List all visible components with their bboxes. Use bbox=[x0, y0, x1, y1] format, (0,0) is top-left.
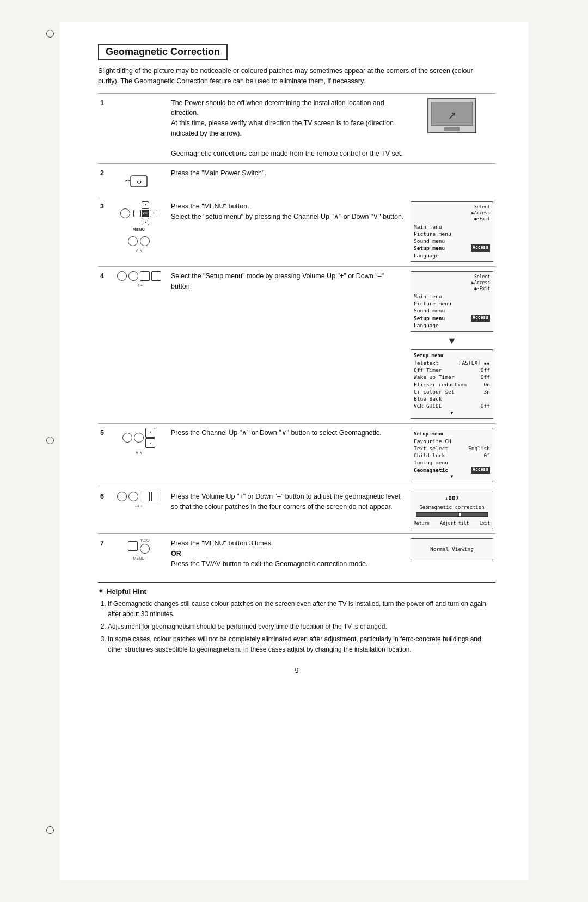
hint-item-2: Adjustment for geomagnetism should be pe… bbox=[108, 622, 495, 632]
section-title: Geomagnetic Correction bbox=[98, 44, 228, 60]
step-5-desc: Press the Channel Up "∧" or Down "∨" but… bbox=[169, 423, 408, 487]
vol3-circle-icon bbox=[117, 492, 127, 501]
step-7-num: 7 bbox=[98, 534, 109, 574]
vol3-sq-icon bbox=[140, 492, 150, 501]
step-2: 2 ⏻ Press the "Main Power Switch". bbox=[98, 164, 495, 197]
tvav-btn-icon bbox=[140, 544, 150, 554]
step-5-num: 5 bbox=[98, 423, 109, 487]
step-2-num: 2 bbox=[98, 164, 109, 197]
ch-up-icon: ∧ bbox=[145, 428, 155, 438]
ch-btn-icon bbox=[140, 236, 150, 246]
step-3-icon: ∧ − OK + ∨ MENU bbox=[109, 197, 169, 267]
vol-btn-icon bbox=[128, 236, 138, 246]
menu2-btn-icon bbox=[128, 541, 138, 551]
hint-list: If Geomagnetic changes still cause colou… bbox=[98, 599, 495, 655]
ch-circle-icon bbox=[122, 433, 132, 443]
vol-circle-icon bbox=[117, 271, 127, 281]
step-4-screen: Select▶Access●·Exit Main menu Picture me… bbox=[408, 267, 495, 424]
step-1: 1 The Power should be off when determini… bbox=[98, 93, 495, 164]
step-4-num: 4 bbox=[98, 267, 109, 424]
step-7-desc: Press the "MENU" button 3 times. OR Pres… bbox=[169, 534, 408, 574]
ch-dn-icon: ∨ bbox=[145, 438, 155, 448]
step-3-num: 3 bbox=[98, 197, 109, 267]
page: Geomagnetic Correction Slight tilting of… bbox=[60, 22, 528, 880]
step-5-screen: Setup menu Favourite CH Text selectEngli… bbox=[408, 423, 495, 487]
intro-text: Slight tilting of the picture may be not… bbox=[98, 66, 495, 87]
step-3-desc: Press the "MENU" button. Select the "set… bbox=[169, 197, 408, 267]
step-4-icon: - 4 + bbox=[109, 267, 169, 424]
step-7: 7 TV/AV MENU bbox=[98, 534, 495, 574]
hint-title: Helpful Hint bbox=[98, 587, 495, 596]
menu-label: MENU bbox=[133, 227, 145, 233]
power-switch-icon: ⏻ bbox=[122, 170, 155, 192]
step-7-icon: TV/AV MENU bbox=[109, 534, 169, 574]
vol4-sq2-icon bbox=[151, 492, 161, 501]
arrow-down-icon: ▼ bbox=[411, 334, 493, 348]
step-2-icon: ⏻ bbox=[109, 164, 169, 197]
steps-table: 1 The Power should be off when determini… bbox=[98, 93, 495, 574]
reg-mark-bl bbox=[44, 824, 57, 837]
step-6-icon: - 4 + bbox=[109, 487, 169, 534]
step-3: 3 ∧ − OK + ∨ bbox=[98, 197, 495, 267]
step-4: 4 - 4 + Select bbox=[98, 267, 495, 424]
ch2-circle-icon bbox=[134, 433, 144, 443]
step-6-desc: Press the Volume Up "+" or Down "–" butt… bbox=[169, 487, 408, 534]
vol4-circle-icon bbox=[128, 492, 138, 501]
step-5: 5 ∧ ∨ V ∧ bbox=[98, 423, 495, 487]
hint-section: Helpful Hint If Geomagnetic changes stil… bbox=[98, 582, 495, 655]
page-number: 9 bbox=[98, 666, 495, 674]
step-6: 6 - 4 + Press t bbox=[98, 487, 495, 534]
reg-mark-tl bbox=[44, 27, 57, 40]
menu-btn-icon bbox=[120, 208, 130, 218]
svg-text:⏻: ⏻ bbox=[137, 180, 142, 185]
step-3-screen: Select▶Access●·Exit Main menu Picture me… bbox=[408, 197, 495, 267]
vol2-circle-icon bbox=[128, 271, 138, 281]
step-7-screen: Normal Viewing bbox=[408, 534, 495, 574]
step-6-screen: +007 Geomagnetic correction Return Adjus… bbox=[408, 487, 495, 534]
vol-sq2-icon bbox=[151, 271, 161, 281]
step-2-desc: Press the "Main Power Switch". bbox=[169, 164, 408, 197]
step-1-desc: The Power should be off when determining… bbox=[169, 93, 408, 164]
step-1-num: 1 bbox=[98, 93, 109, 164]
reg-mark-ml bbox=[44, 434, 57, 447]
tv-image: ↗ bbox=[427, 98, 476, 133]
step-1-screen: ↗ bbox=[408, 93, 495, 164]
hint-item-3: In some cases, colour patches will not b… bbox=[108, 634, 495, 655]
step-1-icon bbox=[109, 93, 169, 164]
normal-viewing-text: Normal Viewing bbox=[430, 546, 474, 552]
step-4-desc: Select the "Setup menu" mode by pressing… bbox=[169, 267, 408, 424]
hint-item-1: If Geomagnetic changes still cause colou… bbox=[108, 599, 495, 619]
step-5-icon: ∧ ∨ V ∧ bbox=[109, 423, 169, 487]
step-2-screen bbox=[408, 164, 495, 197]
step-6-num: 6 bbox=[98, 487, 109, 534]
vol-sq-icon bbox=[140, 271, 150, 281]
